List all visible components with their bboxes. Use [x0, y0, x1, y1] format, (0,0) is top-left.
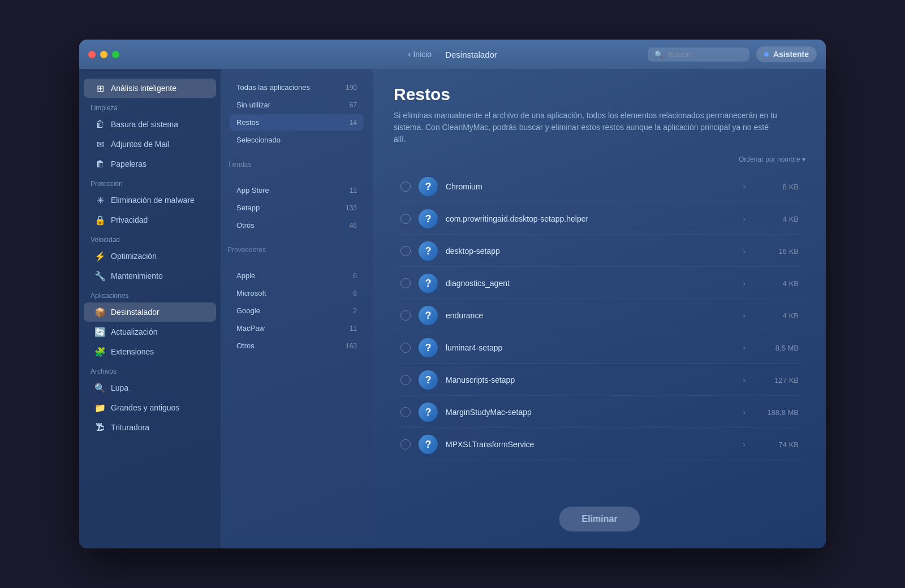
app-size-7: 188,8 MB	[753, 408, 799, 417]
app-list: ? Chromium › 8 KB ? com.prowritingaid.de…	[394, 171, 805, 460]
sidebar-item-actualizacion[interactable]: 🔄 Actualización	[84, 322, 216, 341]
filter-setapp[interactable]: Setapp 133	[230, 200, 364, 216]
filter-unused-label: Sin utilizar	[236, 101, 270, 109]
filter-appstore-count: 11	[350, 187, 357, 194]
app-name-8: MPXSLTransformService	[446, 440, 735, 449]
back-button[interactable]: ‹ Inicio	[408, 49, 432, 59]
filter-restos[interactable]: Restos 14	[230, 114, 364, 131]
filter-restos-label: Restos	[236, 118, 259, 127]
filter-microsoft[interactable]: Microsoft 8	[230, 285, 364, 301]
close-button[interactable]	[88, 51, 96, 58]
sidebar-item-malware[interactable]: ✳ Eliminación de malware	[84, 191, 216, 210]
app-checkbox-5[interactable]	[400, 343, 411, 353]
app-checkbox-2[interactable]	[400, 246, 411, 256]
filter-top-section: Todas las aplicaciones 190 Sin utilizar …	[221, 69, 373, 154]
chevron-right-icon-0: ›	[743, 182, 745, 191]
sidebar-papeleras-label: Papeleras	[111, 159, 146, 168]
app-checkbox-1[interactable]	[400, 214, 411, 224]
chevron-right-icon-4: ›	[743, 311, 745, 320]
assistant-label: Asistente	[773, 50, 809, 59]
table-row: ? endurance › 4 KB	[394, 300, 805, 331]
app-name-6: Manuscripts-setapp	[446, 375, 735, 384]
sidebar-section-aplicaciones: Aplicaciones	[79, 286, 221, 302]
filter-macpaw-label: MacPaw	[236, 324, 265, 332]
optimizacion-icon: ⚡	[95, 251, 105, 261]
tiendas-section-title: Tiendas	[221, 154, 373, 172]
app-checkbox-7[interactable]	[400, 407, 411, 417]
mantenimiento-icon: 🔧	[95, 271, 105, 281]
filter-appstore[interactable]: App Store 11	[230, 182, 364, 198]
proveedores-section-title: Proveedores	[221, 239, 373, 257]
filter-all-apps[interactable]: Todas las aplicaciones 190	[230, 79, 364, 96]
trituradora-icon: 🗜	[95, 422, 105, 433]
sidebar-item-desinstalador[interactable]: 📦 Desinstalador	[84, 302, 216, 322]
app-checkbox-8[interactable]	[400, 439, 411, 449]
table-row: ? MPXSLTransformService › 74 KB	[394, 429, 805, 460]
search-input[interactable]	[668, 50, 736, 59]
minimize-button[interactable]	[100, 51, 107, 58]
app-checkbox-4[interactable]	[400, 310, 411, 321]
privacidad-icon: 🔒	[95, 215, 105, 225]
app-checkbox-6[interactable]	[400, 375, 411, 385]
maximize-button[interactable]	[112, 51, 119, 58]
app-size-2: 16 KB	[753, 247, 799, 256]
app-name-2: desktop-setapp	[446, 247, 735, 256]
app-size-8: 74 KB	[753, 440, 799, 449]
sidebar-item-papeleras[interactable]: 🗑 Papeleras	[84, 154, 216, 174]
sidebar-optimizacion-label: Optimización	[111, 252, 157, 261]
malware-icon: ✳	[95, 195, 105, 205]
grandes-icon: 📁	[95, 403, 105, 413]
sidebar-item-optimizacion[interactable]: ⚡ Optimización	[84, 247, 216, 266]
sidebar-item-trituradora[interactable]: 🗜 Trituradora	[84, 418, 216, 437]
filter-otros-tiendas-count: 46	[350, 222, 357, 230]
sidebar-section-archivos: Archivos	[79, 362, 221, 378]
filter-macpaw-count: 11	[350, 325, 357, 332]
filter-unused[interactable]: Sin utilizar 67	[230, 97, 364, 113]
sidebar-item-privacidad[interactable]: 🔒 Privacidad	[84, 210, 216, 230]
search-box[interactable]: 🔍	[648, 47, 749, 62]
app-window: ‹ Inicio Desinstalador 🔍 Asistente ⊞ Aná…	[79, 40, 826, 548]
filter-otros-tiendas-label: Otros	[236, 221, 255, 230]
app-icon-2: ?	[419, 241, 438, 261]
app-checkbox-3[interactable]	[400, 278, 411, 288]
app-name-5: luminar4-setapp	[446, 343, 735, 352]
app-name-0: Chromium	[446, 182, 735, 191]
filter-apple[interactable]: Apple 6	[230, 267, 364, 284]
sidebar-item-adjuntos[interactable]: ✉ Adjuntos de Mail	[84, 135, 216, 154]
sidebar-trituradora-label: Trituradora	[111, 423, 149, 432]
filter-macpaw[interactable]: MacPaw 11	[230, 320, 364, 336]
tiendas-section: App Store 11 Setapp 133 Otros 46	[221, 172, 373, 239]
filter-google[interactable]: Google 2	[230, 302, 364, 319]
app-size-6: 127 KB	[753, 376, 799, 384]
sidebar-item-mantenimiento[interactable]: 🔧 Mantenimiento	[84, 266, 216, 286]
sidebar-item-lupa[interactable]: 🔍 Lupa	[84, 378, 216, 397]
traffic-lights	[88, 51, 119, 58]
app-checkbox-0[interactable]	[400, 181, 411, 192]
basura-icon: 🗑	[95, 119, 105, 129]
sidebar-item-basura[interactable]: 🗑 Basura del sistema	[84, 115, 216, 134]
sort-label[interactable]: Ordenar por nombre ▾	[739, 155, 805, 163]
table-row: ? Manuscripts-setapp › 127 KB	[394, 365, 805, 396]
titlebar-right: 🔍 Asistente	[648, 46, 817, 62]
actualizacion-icon: 🔄	[95, 327, 105, 337]
filter-otros-tiendas[interactable]: Otros 46	[230, 217, 364, 234]
sidebar-adjuntos-label: Adjuntos de Mail	[111, 140, 170, 149]
assistant-button[interactable]: Asistente	[756, 46, 817, 62]
sidebar-section-velocidad: Velocidad	[79, 230, 221, 246]
page-description: Si eliminas manualmente el archivo de un…	[394, 110, 778, 145]
table-row: ? desktop-setapp › 16 KB	[394, 236, 805, 267]
filter-selected[interactable]: Seleccionado	[230, 132, 364, 148]
filter-setapp-label: Setapp	[236, 204, 260, 212]
sidebar-item-grandes[interactable]: 📁 Grandes y antiguos	[84, 398, 216, 417]
filter-otros-prov[interactable]: Otros 163	[230, 338, 364, 354]
filter-microsoft-count: 8	[353, 289, 357, 297]
sidebar-desinstalador-label: Desinstalador	[111, 308, 160, 317]
chevron-right-icon-1: ›	[743, 214, 745, 223]
app-icon-5: ?	[419, 338, 438, 357]
sidebar-item-analisis[interactable]: ⊞ Análisis inteligente	[84, 79, 216, 98]
sidebar-malware-label: Eliminación de malware	[111, 196, 195, 205]
app-name-4: endurance	[446, 311, 735, 320]
table-row: ? luminar4-setapp › 8,5 MB	[394, 332, 805, 364]
sidebar-item-extensiones[interactable]: 🧩 Extensiones	[84, 342, 216, 361]
eliminate-button[interactable]: Eliminar	[559, 507, 640, 531]
